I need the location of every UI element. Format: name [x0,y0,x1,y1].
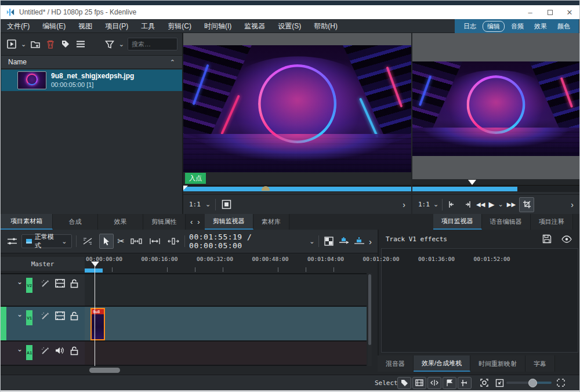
tab-subtitles[interactable]: 字幕 [525,355,555,372]
minimize-button[interactable]: – [520,5,540,19]
timeline-ruler[interactable]: 00:00:00:0000:00:16:0000:00:32:0000:00:4… [85,256,367,272]
tab-effects[interactable]: 效果 [98,214,143,230]
timeline-horizontal-scrollbar[interactable] [85,367,367,373]
track-header-v1[interactable]: ⌄ V1 [1,307,85,342]
menu-timeline[interactable]: 时间轴(I) [198,19,238,33]
insert-zone-icon[interactable] [220,199,232,210]
track-lane-a1[interactable] [85,342,367,366]
tab-library[interactable]: 素材库 [253,214,289,230]
create-folder-button[interactable] [30,38,41,50]
zoom-to-zone-icon[interactable] [494,377,505,389]
play-button[interactable]: ▶ [488,200,494,209]
menu-project[interactable]: 项目(P) [99,19,135,33]
track-hide-video-icon[interactable] [55,279,65,288]
collapse-track-icon[interactable]: ⌄ [17,278,23,286]
menu-tools[interactable]: 工具 [135,19,161,33]
timeline-clip[interactable]: 9u8 [90,308,105,340]
show-audio-thumbnails-toggle[interactable] [427,377,441,389]
timeline-playhead-handle[interactable] [91,262,99,267]
razor-tool-button[interactable]: ✂ [118,236,125,246]
track-header-a1[interactable]: ⌄ A1 [1,342,85,366]
clip-monitor-video[interactable] [183,45,411,172]
menu-view[interactable]: 视图 [72,19,99,33]
track-hide-video-icon[interactable] [55,311,65,320]
bin-clip-row[interactable]: 9u8_net_shigjxedpsh.jpg 00:00:05:00 [1] [1,70,182,91]
close-button[interactable]: ✕ [560,5,579,19]
maximize-button[interactable] [540,5,560,19]
insert-zone-timeline-icon[interactable] [339,235,350,247]
track-effects-wand-icon[interactable] [41,279,50,288]
track-tag[interactable]: V1 [26,310,32,325]
project-monitor-zoom[interactable]: 1:1 [418,201,430,208]
horizontal-scrollbar-thumb[interactable] [89,368,120,373]
menu-clip[interactable]: 剪辑(C) [161,19,198,33]
bin-menu-button[interactable] [75,38,86,50]
clip-monitor-more-icon[interactable]: › [403,200,405,209]
filter-dropdown-icon[interactable]: ⌄ [119,41,124,48]
overwrite-zone-icon[interactable] [354,235,365,247]
tab-clip-properties[interactable]: 剪辑属性 [143,214,186,230]
timeline-zoom-slider[interactable] [506,377,552,389]
show-tags-toggle[interactable] [397,377,411,389]
clip-monitor-seekbar[interactable] [183,185,411,192]
filter-button[interactable] [104,38,115,50]
timeline-toolbar-more-icon[interactable]: › [369,237,372,246]
tab-audio-editor[interactable]: 语音编辑器 [482,214,531,230]
rewind-button[interactable]: ◀◀ [476,201,485,208]
track-effects-wand-icon[interactable] [41,346,50,355]
set-in-point-icon[interactable] [446,199,458,210]
menu-help[interactable]: 帮助(H) [307,19,344,33]
menu-edit[interactable]: 编辑(E) [36,19,72,33]
set-out-point-icon[interactable] [461,199,473,210]
snap-toggle[interactable] [458,377,472,389]
project-monitor-seekbar[interactable] [412,185,579,192]
menu-file[interactable]: 文件(F) [1,19,36,33]
delete-button[interactable] [45,38,56,50]
bin-name-header[interactable]: Name ⌃ [1,55,182,69]
show-markers-toggle[interactable] [443,377,456,389]
project-monitor-zoom-dropdown-icon[interactable]: ⌄ [433,201,438,208]
project-monitor-more-icon[interactable]: › [571,200,574,209]
selection-tool-button[interactable] [99,234,114,249]
track-mute-speaker-icon[interactable] [55,346,65,355]
track-lock-icon[interactable] [70,279,78,288]
layout-effects[interactable]: 效果 [530,21,551,31]
layout-color[interactable]: 颜色 [553,21,574,31]
menu-settings[interactable]: 设置(S) [271,19,307,33]
effects-visibility-eye-icon[interactable] [561,233,572,245]
track-lock-icon[interactable] [70,311,78,321]
slip-tool-button[interactable] [166,234,180,249]
show-video-thumbnails-toggle[interactable] [412,377,426,389]
timeline-playhead[interactable] [95,264,95,366]
bin-search-input[interactable] [128,38,177,50]
play-dropdown-icon[interactable]: ⌄ [498,201,503,208]
fit-zoom-button[interactable] [147,234,162,249]
zoom-fit-icon[interactable] [555,377,567,389]
track-tag[interactable]: A1 [26,345,32,360]
add-clip-button[interactable] [6,38,17,50]
tab-mixer[interactable]: 混音器 [378,355,414,372]
tab-scroll-left-icon[interactable]: ‹ [190,217,193,226]
zoom-slider-thumb[interactable] [528,379,537,387]
layout-editing[interactable]: 编辑 [483,21,505,32]
add-clip-dropdown-icon[interactable]: ⌄ [21,41,26,48]
track-tag[interactable]: V2 [26,278,32,293]
track-effects-wand-icon[interactable] [41,311,50,321]
save-effect-stack-icon[interactable] [541,233,553,245]
track-lock-icon[interactable] [70,346,78,355]
layout-log[interactable]: 日志 [459,21,480,31]
timecode-dropdown-icon[interactable]: ⌄ [309,238,314,245]
project-monitor-playhead[interactable] [468,180,476,185]
track-config-icon[interactable] [6,235,17,247]
tab-compositions[interactable]: 合成 [53,214,98,230]
collapse-track-icon[interactable]: ⌄ [17,310,23,318]
tab-scroll-right-icon[interactable]: › [197,217,200,226]
track-header-v2[interactable]: ⌄ V2 [1,273,85,307]
tab-project-notes[interactable]: 项目注释 [531,214,573,230]
timeline-zone-bar[interactable] [85,268,103,273]
menu-monitor[interactable]: 监视器 [238,19,271,33]
zone-crop-button[interactable] [519,197,534,212]
tab-clip-monitor[interactable]: 剪辑监视器 [205,214,253,230]
tag-button[interactable] [60,38,71,50]
clip-monitor-zoom-dropdown-icon[interactable]: ⌄ [205,201,211,208]
